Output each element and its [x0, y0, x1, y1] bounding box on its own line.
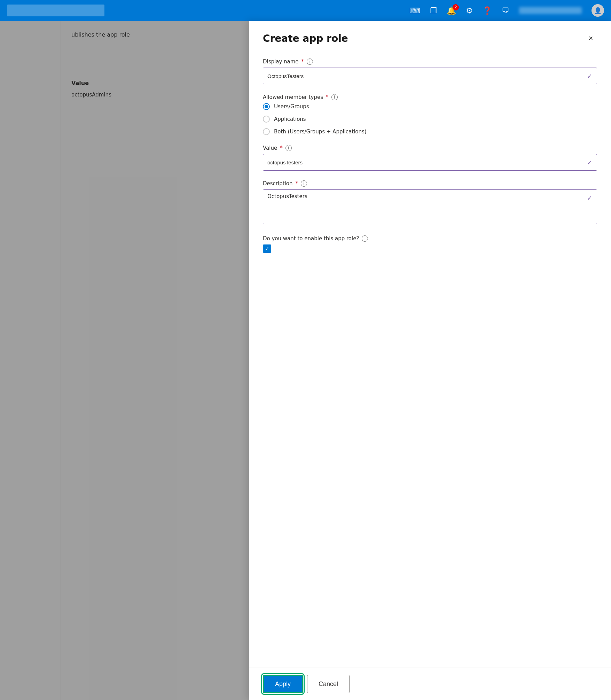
radio-applications-circle: [263, 116, 270, 123]
enable-role-info-icon[interactable]: i: [362, 235, 368, 242]
value-input[interactable]: [263, 154, 597, 171]
value-label-text: Value: [263, 145, 277, 151]
radio-users-groups[interactable]: Users/Groups: [263, 103, 597, 110]
enable-role-label-text: Do you want to enable this app role?: [263, 235, 359, 242]
user-info-blurred: [519, 7, 582, 14]
description-label-text: Description: [263, 180, 292, 187]
radio-both-circle: [263, 128, 270, 135]
feedback-icon[interactable]: 🗨: [502, 6, 509, 15]
value-info-icon[interactable]: i: [285, 145, 292, 151]
display-name-checkmark: ✓: [587, 72, 592, 80]
avatar[interactable]: 👤: [592, 4, 604, 17]
radio-users-groups-label: Users/Groups: [274, 103, 309, 110]
panel-title: Create app role: [263, 33, 348, 44]
topbar-icons: ⌨ ❐ 🔔 2 ⚙ ❓ 🗨 👤: [409, 4, 604, 17]
allowed-member-types-group: Allowed member types * i Users/Groups Ap…: [263, 94, 597, 135]
radio-both[interactable]: Both (Users/Groups + Applications): [263, 128, 597, 135]
display-name-group: Display name * i ✓: [263, 59, 597, 84]
radio-applications[interactable]: Applications: [263, 116, 597, 123]
notification-icon[interactable]: 🔔 2: [447, 6, 456, 15]
notification-badge: 2: [453, 4, 459, 10]
description-checkmark: ✓: [587, 194, 592, 202]
settings-icon[interactable]: ⚙: [466, 6, 473, 15]
radio-users-groups-circle: [263, 103, 270, 110]
value-checkmark: ✓: [587, 159, 592, 166]
panel-body: Display name * i ✓ Allowed member types …: [249, 52, 611, 668]
enable-role-checkbox[interactable]: ✓: [263, 244, 271, 253]
allowed-member-types-label: Allowed member types * i: [263, 94, 597, 100]
help-icon[interactable]: ❓: [483, 6, 492, 15]
description-label: Description * i: [263, 180, 597, 187]
topbar: ⌨ ❐ 🔔 2 ⚙ ❓ 🗨 👤: [0, 0, 611, 21]
portal-icon[interactable]: ❐: [430, 6, 437, 15]
allowed-member-types-required: *: [326, 94, 329, 100]
description-group: Description * i OctopusTesters ✓: [263, 180, 597, 226]
allowed-member-types-info-icon[interactable]: i: [331, 94, 338, 100]
display-name-input[interactable]: [263, 68, 597, 84]
value-input-wrapper: ✓: [263, 154, 597, 171]
value-required: *: [280, 145, 283, 151]
value-label: Value * i: [263, 145, 597, 151]
description-required: *: [295, 180, 298, 187]
allowed-member-types-label-text: Allowed member types: [263, 94, 323, 100]
terminal-icon[interactable]: ⌨: [409, 6, 421, 15]
search-bar[interactable]: [7, 5, 104, 16]
description-info-icon[interactable]: i: [301, 180, 307, 187]
display-name-label-text: Display name: [263, 59, 299, 65]
display-name-label: Display name * i: [263, 59, 597, 65]
enable-role-label: Do you want to enable this app role? i: [263, 235, 597, 242]
create-app-role-panel: Create app role × Display name * i ✓ All…: [249, 21, 611, 700]
value-group: Value * i ✓: [263, 145, 597, 171]
apply-button[interactable]: Apply: [263, 675, 303, 693]
panel-header: Create app role ×: [249, 21, 611, 52]
display-name-info-icon[interactable]: i: [307, 59, 313, 65]
display-name-required: *: [301, 59, 304, 65]
close-button[interactable]: ×: [585, 32, 597, 45]
enable-role-group: Do you want to enable this app role? i ✓: [263, 235, 597, 253]
enable-role-checkbox-group: ✓: [263, 244, 597, 253]
radio-applications-label: Applications: [274, 116, 306, 122]
radio-both-label: Both (Users/Groups + Applications): [274, 129, 367, 135]
display-name-input-wrapper: ✓: [263, 68, 597, 84]
cancel-button[interactable]: Cancel: [307, 675, 350, 693]
radio-group: Users/Groups Applications Both (Users/Gr…: [263, 103, 597, 135]
description-input-wrapper: OctopusTesters ✓: [263, 189, 597, 226]
checkbox-check-icon: ✓: [265, 246, 269, 252]
panel-footer: Apply Cancel: [249, 668, 611, 700]
description-textarea[interactable]: OctopusTesters: [263, 189, 597, 224]
